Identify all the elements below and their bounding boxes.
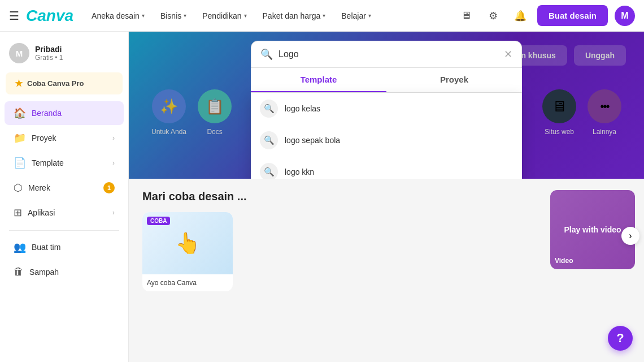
- chevron-down-icon: ▾: [184, 12, 186, 19]
- search-tab-template[interactable]: Template: [251, 68, 386, 92]
- sidebar-item-proyek[interactable]: 📁 Proyek ›: [5, 126, 124, 150]
- video-card-text: Play with video: [559, 221, 625, 239]
- chevron-right-icon: ›: [112, 134, 115, 142]
- home-icon: 🏠: [14, 107, 26, 119]
- nav-pendidikan[interactable]: Pendidikan ▾: [198, 8, 251, 24]
- chevron-down-icon: ▾: [323, 12, 325, 19]
- search-results: 🔍 logo kelas 🔍 logo sepak bola 🔍 logo kk…: [251, 93, 522, 179]
- search-clear-icon[interactable]: ✕: [504, 48, 512, 61]
- hamburger-icon[interactable]: ☰: [9, 9, 19, 23]
- chevron-right-icon: ›: [112, 159, 115, 167]
- sidebar-item-aplikasi[interactable]: ⊞ Aplikasi ›: [5, 201, 124, 225]
- sidebar-item-beranda[interactable]: 🏠 Beranda: [5, 101, 124, 125]
- nav-label: Paket dan harga: [263, 11, 321, 20]
- canva-logo[interactable]: Canva: [26, 7, 73, 25]
- video-card-area: Play with video Video: [550, 190, 635, 269]
- folder-icon: 📁: [14, 132, 26, 144]
- nav-label: Bisnis: [160, 11, 181, 20]
- nav-aneka-desain[interactable]: Aneka desain ▾: [87, 8, 149, 24]
- card-illustration: 👆: [175, 231, 201, 255]
- sidebar-avatar: M: [9, 43, 29, 63]
- coba-pro-button[interactable]: ★ Coba Canva Pro: [6, 72, 123, 94]
- buat-desain-button[interactable]: Buat desain: [537, 5, 608, 26]
- search-icon: 🔍: [260, 48, 273, 61]
- search-tab-proyek[interactable]: Proyek: [386, 68, 522, 92]
- profile-name: Pribadi: [35, 45, 63, 54]
- sidebar-profile: M Pribadi Gratis • 1: [0, 38, 128, 72]
- main-content: Ukuran khusus Unggah Mau desain apa hari…: [129, 32, 644, 362]
- sidebar-item-template[interactable]: 📄 Template ›: [5, 151, 124, 175]
- trash-icon: 🗑: [14, 266, 24, 278]
- brand-icon: ⬡: [14, 182, 23, 194]
- search-tabs: Template Proyek: [251, 68, 522, 93]
- profile-info: Pribadi Gratis • 1: [35, 45, 63, 62]
- nav-belajar[interactable]: Belajar ▾: [337, 8, 376, 24]
- sidebar: M Pribadi Gratis • 1 ★ Coba Canva Pro 🏠 …: [0, 32, 129, 362]
- nav-bisnis[interactable]: Bisnis ▾: [156, 8, 191, 24]
- nav-label: Pendidikan: [202, 11, 241, 20]
- search-result-item[interactable]: 🔍 logo kkn: [251, 156, 522, 179]
- main-layout: M Pribadi Gratis • 1 ★ Coba Canva Pro 🏠 …: [0, 32, 644, 362]
- scroll-right-button[interactable]: ›: [621, 227, 639, 245]
- search-dropdown: 🔍 ✕ Template Proyek 🔍 logo kelas 🔍 logo: [251, 41, 522, 179]
- sidebar-item-sampah[interactable]: 🗑 Sampah: [5, 260, 124, 283]
- user-avatar[interactable]: M: [615, 6, 635, 26]
- merek-badge: 1: [103, 182, 115, 193]
- sidebar-item-merek[interactable]: ⬡ Merek 1: [5, 176, 124, 200]
- search-input[interactable]: [279, 49, 498, 59]
- sidebar-item-buat-tim[interactable]: 👥 Buat tim: [5, 235, 124, 259]
- topnav-right: 🖥 ⚙ 🔔 Buat desain M: [456, 5, 635, 26]
- result-text: logo sepak bola: [285, 136, 340, 145]
- sidebar-item-label: Beranda: [32, 109, 62, 118]
- template-icon: 📄: [14, 157, 26, 169]
- result-text: logo kkn: [285, 167, 314, 176]
- team-icon: 👥: [14, 241, 26, 253]
- card-label: Ayo coba Canva: [142, 274, 233, 291]
- sidebar-item-label: Sampah: [29, 268, 59, 277]
- chevron-down-icon: ▾: [368, 12, 371, 19]
- settings-icon[interactable]: ⚙: [483, 6, 503, 26]
- search-magnifier-icon: 🔍: [260, 163, 278, 179]
- chevron-down-icon: ▾: [142, 12, 145, 19]
- chevron-down-icon: ▾: [244, 12, 247, 19]
- sidebar-item-label: Aplikasi: [28, 208, 55, 217]
- video-label: Video: [555, 257, 573, 265]
- nav-label: Aneka desain: [92, 11, 140, 20]
- chevron-right-icon: ›: [112, 209, 115, 217]
- hero-banner: Ukuran khusus Unggah Mau desain apa hari…: [129, 32, 644, 179]
- search-result-item[interactable]: 🔍 logo kelas: [251, 93, 522, 124]
- apps-icon: ⊞: [14, 206, 22, 219]
- sidebar-item-label: Merek: [28, 183, 50, 192]
- coba-pro-label: Coba Canva Pro: [27, 79, 84, 88]
- coba-badge: COBA: [147, 217, 170, 225]
- below-hero-content: Mari coba desain ... COBA 👆 Ayo coba Can…: [129, 179, 644, 303]
- top-navigation: ☰ Canva Aneka desain ▾ Bisnis ▾ Pendidik…: [0, 0, 644, 32]
- sidebar-item-label: Proyek: [32, 133, 56, 143]
- video-card[interactable]: Play with video Video: [550, 190, 635, 269]
- star-icon: ★: [15, 78, 23, 89]
- profile-sub: Gratis • 1: [35, 54, 63, 62]
- card-image: COBA 👆: [142, 212, 233, 274]
- monitor-icon[interactable]: 🖥: [456, 6, 476, 26]
- design-card-canva[interactable]: COBA 👆 Ayo coba Canva: [142, 212, 233, 291]
- notification-icon[interactable]: 🔔: [510, 6, 530, 26]
- search-magnifier-icon: 🔍: [260, 100, 278, 118]
- chevron-right-icon: ›: [629, 231, 632, 241]
- search-input-box: 🔍 ✕: [251, 41, 522, 68]
- nav-label: Belajar: [341, 11, 366, 20]
- result-text: logo kelas: [285, 104, 320, 113]
- sidebar-item-label: Template: [32, 158, 64, 167]
- help-button[interactable]: ?: [608, 326, 633, 351]
- sidebar-item-label: Buat tim: [32, 243, 60, 252]
- search-result-item[interactable]: 🔍 logo sepak bola: [251, 124, 522, 156]
- search-magnifier-icon: 🔍: [260, 131, 278, 149]
- nav-paket-harga[interactable]: Paket dan harga ▾: [258, 8, 330, 24]
- sidebar-divider: [9, 230, 119, 231]
